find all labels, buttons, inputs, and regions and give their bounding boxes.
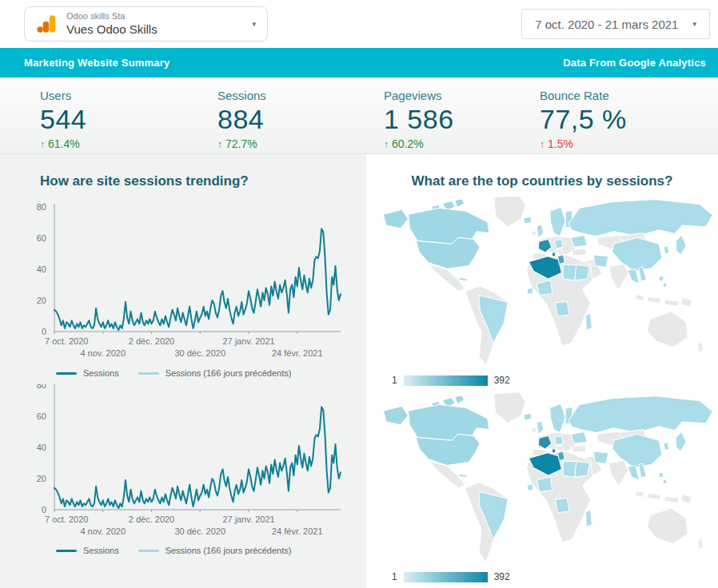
world-map-1[interactable]: [370, 193, 714, 371]
legend-item-previous: Sessions (166 jours précédents): [138, 546, 292, 555]
line-chart[interactable]: 0204060807 oct. 20204 nov. 20202 déc. 20…: [22, 384, 345, 542]
date-range-value: 7 oct. 2020 - 21 mars 2021: [535, 18, 678, 31]
scorecard-label: Sessions: [217, 89, 384, 102]
country-uk: [537, 224, 544, 238]
country-uk: [537, 421, 544, 435]
report-selector[interactable]: Odoo skills Sta Vues Odoo Skills ▾: [24, 6, 268, 42]
country-iran: [593, 451, 608, 464]
country-india: [609, 461, 628, 487]
scorecard-change: ↑1.5%: [540, 137, 718, 150]
svg-text:20: 20: [37, 296, 46, 305]
scorecard-value: 77,5 %: [540, 104, 718, 135]
country-germany: [555, 239, 564, 248]
svg-text:4 nov. 2020: 4 nov. 2020: [80, 348, 126, 358]
up-arrow-icon: ↑: [540, 139, 544, 150]
series-swatch: [56, 550, 77, 552]
up-arrow-icon: ↑: [384, 139, 389, 150]
country-cuba: [459, 277, 468, 281]
up-arrow-icon: ↑: [40, 139, 45, 150]
svg-text:30 déc. 2020: 30 déc. 2020: [174, 526, 225, 536]
country-new-zealand: [698, 341, 704, 353]
arctic-islands: [455, 395, 465, 404]
country-germany: [555, 435, 564, 445]
region-indonesia: [664, 300, 680, 306]
sessions-trend-chart-2[interactable]: 0204060807 oct. 20204 nov. 20202 déc. 20…: [22, 384, 345, 542]
svg-text:40: 40: [37, 264, 46, 274]
country-philippines: [663, 479, 667, 484]
legend-max: 392: [494, 375, 510, 386]
svg-text:7 oct. 2020: 7 oct. 2020: [45, 514, 88, 524]
country-ireland: [532, 231, 536, 236]
top-bar: Odoo skills Sta Vues Odoo Skills ▾ 7 oct…: [0, 0, 718, 48]
scorecard-pageviews: Pageviews 1 586 ↑60.2%: [384, 89, 540, 153]
svg-text:60: 60: [37, 233, 46, 243]
region-indonesia: [647, 297, 660, 304]
country-korea: [664, 442, 669, 451]
series-swatch: [138, 372, 159, 375]
svg-text:60: 60: [37, 411, 46, 421]
sessions-trend-chart-1[interactable]: 0204060807 oct. 20204 nov. 20202 déc. 20…: [22, 197, 345, 365]
country-egypt: [575, 462, 590, 477]
svg-text:27 janv. 2021: 27 janv. 2021: [222, 514, 274, 524]
trend-section-title: How are site sessions trending?: [40, 173, 366, 189]
country-libya: [563, 462, 576, 477]
region-indonesia: [636, 491, 644, 498]
scorecard-value: 544: [40, 104, 217, 135]
country-turkey: [572, 248, 587, 256]
country-iran: [593, 255, 608, 268]
country-iceland: [524, 413, 533, 420]
line-chart[interactable]: 0204060807 oct. 20204 nov. 20202 déc. 20…: [22, 197, 345, 365]
country-ukraine: [571, 432, 587, 444]
scorecard-bounce-rate: Bounce Rate 77,5 % ↑1.5%: [540, 89, 718, 153]
country-canada: [408, 404, 489, 440]
scorecard-sessions: Sessions 884 ↑72.7%: [217, 89, 384, 153]
legend-max: 392: [494, 571, 510, 582]
legend-min: 1: [392, 571, 397, 582]
chart-legend: Sessions Sessions (166 jours précédents): [56, 546, 366, 555]
country-alaska: [383, 406, 408, 424]
country-thailand: [628, 268, 640, 284]
scorecard-label: Pageviews: [384, 89, 540, 102]
svg-text:27 janv. 2021: 27 janv. 2021: [222, 336, 274, 346]
scorecard-change: ↑60.2%: [384, 137, 540, 150]
country-egypt: [575, 265, 590, 280]
map-color-legend: 1 392: [392, 571, 718, 582]
svg-text:0: 0: [42, 505, 46, 514]
country-japan: [676, 236, 687, 255]
svg-text:24 févr. 2021: 24 févr. 2021: [272, 526, 323, 536]
scorecard-change: ↑72.7%: [217, 137, 384, 150]
country-greenland: [494, 392, 526, 423]
svg-text:2 déc. 2020: 2 déc. 2020: [129, 514, 175, 524]
country-libya: [563, 265, 576, 280]
country-australia: [647, 312, 688, 348]
legend-item-sessions: Sessions: [56, 368, 119, 378]
island-corsica: [552, 252, 556, 256]
country-madagascar: [586, 313, 592, 330]
svg-text:40: 40: [37, 443, 46, 452]
region-scandinavia: [550, 208, 565, 236]
summary-banner: Marketing Website Summary Data From Goog…: [0, 48, 718, 77]
chevron-down-icon: ▾: [692, 20, 696, 28]
island-new-guinea: [681, 494, 692, 503]
svg-text:30 déc. 2020: 30 déc. 2020: [174, 348, 225, 358]
country-mali: [537, 477, 552, 492]
country-turkey: [572, 445, 587, 452]
up-arrow-icon: ↑: [217, 139, 222, 150]
world-map-2[interactable]: [370, 389, 714, 568]
svg-text:0: 0: [42, 327, 46, 336]
svg-text:24 févr. 2021: 24 févr. 2021: [272, 348, 323, 358]
color-scale-bar: [404, 375, 488, 386]
geo-section-title: What are the top countries by sessions?: [366, 173, 718, 189]
scorecard-change: ↑61.4%: [40, 137, 217, 150]
country-new-zealand: [698, 538, 704, 550]
svg-text:4 nov. 2020: 4 nov. 2020: [80, 526, 126, 536]
scorecard-row: Users 544 ↑61.4% Sessions 884 ↑72.7% Pag…: [0, 77, 718, 154]
color-scale-bar: [404, 572, 488, 582]
country-senegal: [527, 484, 533, 491]
date-range-selector[interactable]: 7 oct. 2020 - 21 mars 2021 ▾: [521, 9, 710, 39]
svg-text:80: 80: [37, 202, 46, 212]
geo-section: What are the top countries by sessions?: [366, 154, 718, 588]
report-account-name: Odoo skills Sta: [66, 11, 242, 22]
country-philippines: [663, 283, 667, 288]
arctic-islands: [455, 199, 465, 208]
